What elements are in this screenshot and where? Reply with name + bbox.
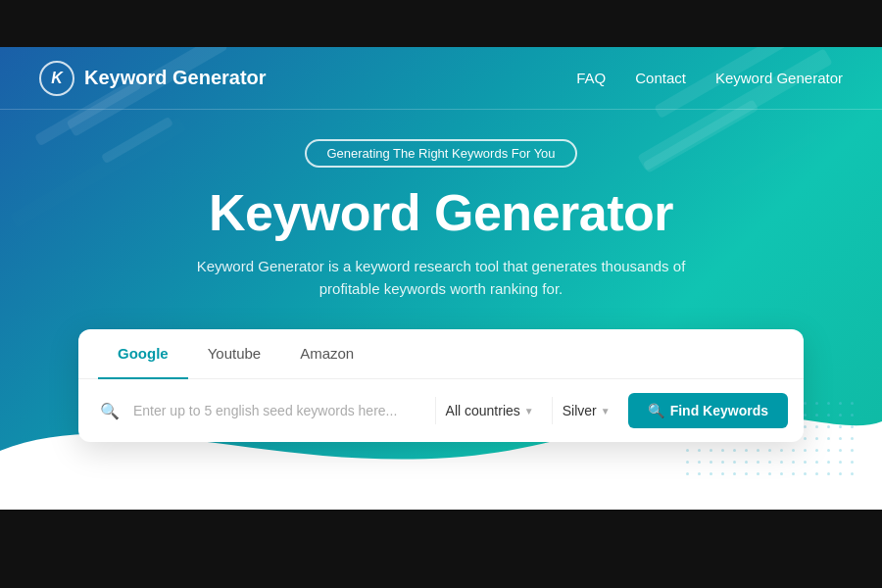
dot <box>768 449 771 452</box>
search-tabs: Google Youtube Amazon <box>78 329 804 379</box>
dot <box>804 449 807 452</box>
dot <box>792 461 795 464</box>
dot <box>733 472 736 475</box>
dot <box>815 449 818 452</box>
dot <box>698 449 701 452</box>
dot <box>745 472 748 475</box>
dot <box>721 472 724 475</box>
dot <box>686 461 689 464</box>
dot <box>804 461 807 464</box>
dot <box>733 461 736 464</box>
logo-text: Keyword Generator <box>84 67 267 89</box>
find-keywords-icon: 🔍 <box>648 403 664 418</box>
main-wrapper: // Dots will be injected below K Keyword… <box>0 47 882 510</box>
hero-title: Keyword Generator <box>0 183 882 242</box>
logo-area: K Keyword Generator <box>39 61 576 96</box>
dot <box>839 472 842 475</box>
black-bar-top <box>0 0 882 47</box>
dot <box>827 461 830 464</box>
logo-icon: K <box>39 61 74 96</box>
dot <box>780 461 783 464</box>
country-dropdown[interactable]: All countries ▼ <box>435 397 544 424</box>
dot <box>710 449 712 452</box>
dot <box>815 472 818 475</box>
dot <box>827 449 830 452</box>
dot <box>757 449 760 452</box>
plan-dropdown-caret: ▼ <box>601 406 611 416</box>
tab-google[interactable]: Google <box>98 329 188 379</box>
dot <box>792 449 795 452</box>
nav-link-keyword-generator[interactable]: Keyword Generator <box>715 70 843 86</box>
dot <box>686 449 689 452</box>
dot <box>815 461 818 464</box>
find-keywords-label: Find Keywords <box>670 403 768 418</box>
dot <box>839 461 842 464</box>
search-card: Google Youtube Amazon 🔍 All countries ▼ … <box>78 329 804 442</box>
black-bar-bottom <box>0 510 882 588</box>
dot <box>851 449 854 452</box>
dot <box>710 461 712 464</box>
hero-badge: Generating The Right Keywords For You <box>305 139 576 168</box>
tab-amazon[interactable]: Amazon <box>280 329 373 379</box>
dot <box>780 449 783 452</box>
dot <box>780 472 783 475</box>
nav-link-contact[interactable]: Contact <box>635 70 686 86</box>
dot <box>710 472 712 475</box>
dot <box>851 461 854 464</box>
dot <box>686 472 689 475</box>
nav-links: FAQ Contact Keyword Generator <box>576 70 843 86</box>
navbar: K Keyword Generator FAQ Contact Keyword … <box>0 47 882 110</box>
dot <box>745 449 748 452</box>
dot <box>698 461 701 464</box>
hero-subtitle: Keyword Generator is a keyword research … <box>167 256 715 300</box>
plan-dropdown[interactable]: Silver ▼ <box>552 397 620 424</box>
nav-link-faq[interactable]: FAQ <box>576 70 606 86</box>
dot <box>721 461 724 464</box>
search-row: 🔍 All countries ▼ Silver ▼ 🔍 Find Keywor… <box>78 379 804 442</box>
dot <box>721 449 724 452</box>
dot <box>792 472 795 475</box>
country-dropdown-caret: ▼ <box>524 406 534 416</box>
dot <box>827 472 830 475</box>
dot <box>733 449 736 452</box>
tab-youtube[interactable]: Youtube <box>188 329 281 379</box>
dot <box>768 461 771 464</box>
dot <box>757 472 760 475</box>
plan-dropdown-label: Silver <box>563 403 597 418</box>
country-dropdown-label: All countries <box>446 403 520 418</box>
find-keywords-button[interactable]: 🔍 Find Keywords <box>628 393 788 428</box>
hero-content: Generating The Right Keywords For You Ke… <box>0 110 882 442</box>
dot <box>839 449 842 452</box>
dot <box>768 472 771 475</box>
dot <box>745 461 748 464</box>
dot <box>757 461 760 464</box>
search-icon: 🔍 <box>94 402 125 420</box>
dot <box>851 472 854 475</box>
dot <box>698 472 701 475</box>
keyword-search-input[interactable] <box>133 403 427 418</box>
dot <box>804 472 807 475</box>
